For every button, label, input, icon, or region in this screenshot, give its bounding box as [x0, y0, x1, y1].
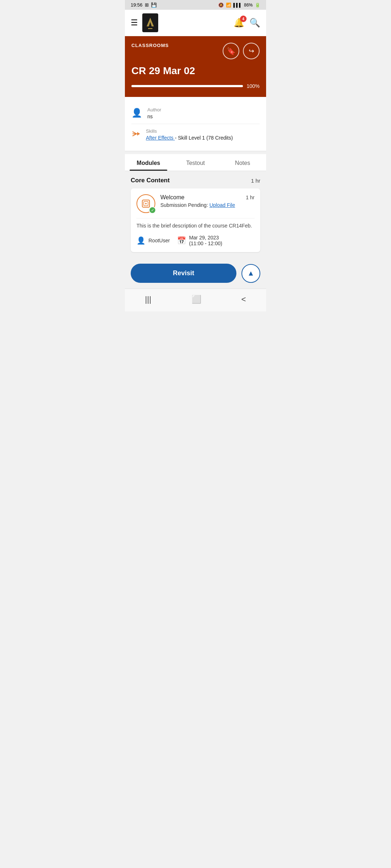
tab-modules[interactable]: Modules [125, 154, 172, 171]
svg-marker-2 [137, 132, 140, 136]
share-button[interactable]: ↪ [243, 43, 260, 59]
tab-testout[interactable]: Testout [172, 154, 219, 171]
author-icon: 👤 [131, 108, 142, 118]
module-status-text: Submission Pending: Upload File [160, 202, 255, 208]
skills-content: Skills After Effects - Skill Level 1 (78… [146, 128, 260, 141]
skills-icon [131, 129, 141, 140]
progress-bar-fill [131, 85, 243, 87]
calendar-icon: 📅 [177, 236, 186, 245]
module-card-top: ✓ Welcome 1 hr Submission Pending: Uploa… [136, 194, 255, 213]
revisit-button[interactable]: Revisit [131, 264, 236, 283]
status-left: 19:56 ⊞ 💾 [131, 2, 157, 8]
scroll-top-button[interactable]: ▲ [241, 264, 260, 283]
content-section: Core Content 1 hr ✓ Welcome 1 hr [125, 171, 266, 258]
notification-bell-wrapper[interactable]: 🔔 4 [234, 18, 244, 28]
notification-badge: 4 [240, 16, 247, 22]
battery-icon: 🔋 [255, 3, 260, 8]
header-top-row: CLASSROOMS 🔖 ↪ [131, 43, 260, 59]
progress-row: 100% [131, 83, 260, 89]
back-button[interactable]: ||| [138, 293, 158, 306]
module-title-row: Welcome 1 hr [160, 194, 255, 201]
wifi-icon: 📶 [226, 3, 231, 8]
tabs-section: Modules Testout Notes [125, 154, 266, 171]
app-logo[interactable] [142, 13, 158, 32]
skills-row: Skills After Effects - Skill Level 1 (78… [131, 124, 260, 145]
skills-rest: - Skill Level 1 (78 Credits) [175, 135, 233, 141]
bookmark-button[interactable]: 🔖 [223, 43, 239, 59]
skills-value: After Effects - Skill Level 1 (78 Credit… [146, 135, 260, 141]
module-date-value: Mar 29, 2023 [189, 235, 219, 241]
course-title: CR 29 Mar 02 [131, 65, 260, 77]
info-section: 👤 Author ns Skills After Effects - Skill… [125, 97, 266, 151]
module-description: This is the brief description of the cou… [136, 218, 255, 230]
bottom-actions: Revisit ▲ [125, 258, 266, 289]
classrooms-label: CLASSROOMS [131, 43, 169, 48]
tab-notes[interactable]: Notes [219, 154, 266, 171]
submission-pending-label: Submission Pending: [160, 202, 209, 208]
signal-icon: ▌▌▌ [234, 3, 242, 7]
status-bar: 19:56 ⊞ 💾 🔕 📶 ▌▌▌ 86% 🔋 [125, 0, 266, 10]
search-icon[interactable]: 🔍 [249, 18, 260, 28]
status-time: 19:56 [131, 2, 143, 8]
tabs-row: Modules Testout Notes [125, 154, 266, 171]
module-status-badge: ✓ [149, 207, 156, 214]
top-nav: ☰ 🔔 4 🔍 [125, 10, 266, 36]
module-name: Welcome [160, 194, 184, 201]
share-icon: ↪ [249, 47, 254, 55]
battery-label: 86% [244, 3, 253, 8]
progress-bar-background [131, 85, 243, 87]
module-time-value: (11:00 - 12:00) [189, 241, 222, 246]
upload-file-link[interactable]: Upload File [209, 202, 235, 208]
module-meta-row: 👤 RootUser 📅 Mar 29, 2023 (11:00 - 12:00… [136, 235, 255, 246]
module-icon-wrap: ✓ [136, 194, 155, 213]
top-nav-left: ☰ [131, 13, 158, 32]
author-value: ns [147, 114, 260, 119]
module-date: 📅 Mar 29, 2023 (11:00 - 12:00) [177, 235, 222, 246]
top-nav-right: 🔔 4 🔍 [234, 18, 260, 28]
module-info: Welcome 1 hr Submission Pending: Upload … [160, 194, 255, 208]
prev-button[interactable]: < [234, 293, 253, 306]
home-button[interactable]: ⬜ [184, 293, 209, 306]
bookmark-icon: 🔖 [227, 47, 236, 55]
module-user-label: RootUser [148, 238, 170, 243]
bottom-nav-bar: ||| ⬜ < [125, 289, 266, 311]
header-banner: CLASSROOMS 🔖 ↪ CR 29 Mar 02 100% [125, 36, 266, 97]
mute-icon: 🔕 [218, 3, 224, 8]
progress-label: 100% [247, 83, 260, 89]
grid-icon: ⊞ [145, 2, 149, 8]
module-duration: 1 hr [246, 195, 255, 200]
svg-point-7 [145, 203, 147, 204]
logo-svg [144, 15, 157, 31]
section-duration: 1 hr [251, 178, 260, 184]
module-date-label: Mar 29, 2023 (11:00 - 12:00) [189, 235, 222, 246]
skills-link[interactable]: After Effects [146, 135, 175, 141]
module-user: 👤 RootUser [136, 236, 170, 245]
skills-label: Skills [146, 128, 260, 134]
author-row: 👤 Author ns [131, 103, 260, 124]
header-actions: 🔖 ↪ [223, 43, 260, 59]
section-header: Core Content 1 hr [131, 177, 260, 184]
module-card: ✓ Welcome 1 hr Submission Pending: Uploa… [131, 188, 260, 252]
menu-button[interactable]: ☰ [131, 18, 138, 27]
author-label: Author [147, 107, 260, 112]
status-right: 🔕 📶 ▌▌▌ 86% 🔋 [218, 3, 260, 8]
section-title: Core Content [131, 177, 170, 184]
user-icon: 👤 [136, 236, 146, 245]
save-icon: 💾 [151, 2, 157, 8]
chevron-up-icon: ▲ [247, 269, 255, 277]
author-content: Author ns [147, 107, 260, 119]
